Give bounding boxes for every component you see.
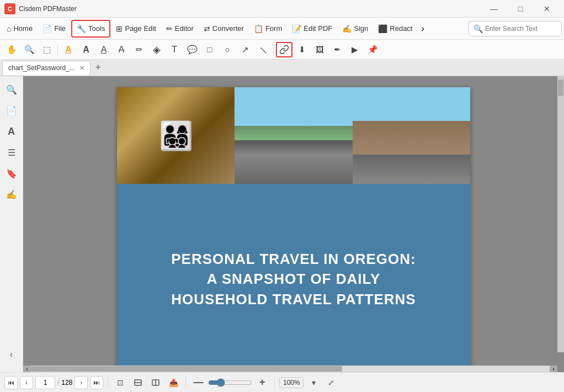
menu-bar: ⌂ Home 📄 File 🔧 Tools ⊞ Page Edit ✏ Edit… [0,18,564,40]
pdf-page: PERSONAL TRAVEL IN OREGON: A SNAPSHOT OF… [117,87,470,372]
menu-page-edit[interactable]: ⊞ Page Edit [111,20,160,38]
pin-button[interactable]: 📌 [364,42,381,57]
circle-button[interactable]: ○ [219,42,236,57]
file-icon: 📄 [42,24,52,33]
status-separator-3 [274,377,275,389]
menu-home[interactable]: ⌂ Home [2,20,37,38]
search-box[interactable]: 🔍 [469,21,562,36]
home-icon: ⌂ [7,24,11,33]
stamp-button[interactable]: ⬇ [294,42,310,57]
pdf-images-row [117,87,470,184]
fit-height-button[interactable] [148,375,163,390]
play-button[interactable]: ▶ [347,42,363,57]
text-underline-button[interactable]: A [95,42,112,57]
text-plain-button[interactable]: A [78,42,94,57]
zoom-slider[interactable] [208,378,252,387]
nav-next-button[interactable]: › [75,376,88,389]
tab-doc1[interactable]: chart_SetPassword_... ✕ [2,61,91,75]
tools-icon: 🔧 [77,24,86,33]
fit-page-button[interactable]: ⊡ [113,375,128,390]
close-button[interactable]: ✕ [534,0,560,18]
main-area: 🔍 📄 A ☰ 🔖 ✍ ‹ [0,76,564,372]
export-button[interactable]: 📤 [166,375,181,390]
zoom-in-button[interactable]: 🔍 [21,42,38,57]
zoom-out-button[interactable]: — [190,375,206,390]
link-button[interactable] [276,42,292,57]
converter-icon: ⇄ [204,24,210,33]
menu-form[interactable]: 📋 Form [249,20,286,38]
sidebar-collapse-button[interactable]: ‹ [3,346,20,363]
pdf-title: PERSONAL TRAVEL IN OREGON: A SNAPSHOT OF… [171,249,416,309]
tool-bar: ✋ 🔍 ⬚ A A A A ✏ ◈ T 💬 □ ○ ↗ | ⬇ 🖼 ✒ ▶ 📌 [0,40,564,60]
restore-button[interactable]: □ [508,0,533,18]
menu-sign[interactable]: ✍ Sign [338,20,373,38]
zoom-in-status-button[interactable]: + [254,375,270,390]
zoom-dropdown-button[interactable]: ▾ [306,375,321,390]
pdf-image-kids [117,87,235,184]
pdf-image-road [235,87,352,184]
tab-doc1-close[interactable]: ✕ [79,65,84,72]
toolbar-separator-1 [57,44,58,56]
tab-doc1-label: chart_SetPassword_... [8,64,75,72]
sidebar-pages-button[interactable]: 📄 [3,102,20,119]
rectangle-button[interactable]: □ [201,42,218,57]
minimize-button[interactable]: — [481,0,507,18]
zoom-value[interactable]: 100% [279,377,304,388]
search-input[interactable] [485,25,557,33]
status-separator-1 [108,377,108,389]
window-controls: — □ ✕ [481,0,560,18]
hscroll-right-button[interactable]: › [550,365,557,372]
image-button[interactable]: 🖼 [311,42,328,57]
menu-edit-pdf[interactable]: 📝 Edit PDF [288,20,337,38]
pencil-button[interactable]: ✏ [131,42,147,57]
select-button[interactable]: ⬚ [39,42,55,57]
tab-add-button[interactable]: + [92,61,105,75]
fit-width-button[interactable] [130,375,146,390]
arrow-button[interactable]: ↗ [237,42,253,57]
pdf-canvas[interactable]: PERSONAL TRAVEL IN OREGON: A SNAPSHOT OF… [23,76,564,372]
menu-converter[interactable]: ⇄ Converter [199,20,248,38]
text-strikethrough-button[interactable]: A [113,42,130,57]
status-bar: ⏮ ‹ 1 / 128 › ⏭ ⊡ 📤 — + 100% ▾ ⤢ ‹ › [0,372,564,392]
editor-icon: ✏ [166,24,173,33]
line-button[interactable]: | [251,38,274,61]
menu-file[interactable]: 📄 File [38,20,70,38]
highlight-text-button[interactable]: A [60,42,77,57]
horizontal-scrollbar[interactable]: ‹ › [23,365,557,372]
menu-editor[interactable]: ✏ Editor [162,20,198,38]
nav-first-button[interactable]: ⏮ [4,376,18,389]
hscroll-left-button[interactable]: ‹ [23,365,31,372]
sidebar-outline-button[interactable]: ☰ [3,144,20,161]
tab-bar: chart_SetPassword_... ✕ + [0,60,564,76]
text-box-button[interactable]: T [166,42,183,57]
form-icon: 📋 [254,24,263,33]
vertical-scrollbar[interactable] [557,76,564,352]
app-title: Cisdem PDFMaster [19,5,481,13]
signature-button[interactable]: ✒ [329,42,345,57]
menu-tools[interactable]: 🔧 Tools [71,20,110,38]
viewer-area: PERSONAL TRAVEL IN OREGON: A SNAPSHOT OF… [23,76,564,372]
page-separator: / [57,379,59,386]
page-number-input[interactable]: 1 [35,376,55,389]
pdf-title-section: PERSONAL TRAVEL IN OREGON: A SNAPSHOT OF… [117,184,470,372]
hscroll-thumb[interactable] [31,366,342,372]
app-icon: C [4,3,15,14]
sidebar-search-button[interactable]: 🔍 [3,81,20,98]
edit-pdf-icon: 📝 [292,24,301,33]
nav-prev-button[interactable]: ‹ [20,376,33,389]
sidebar-sign-button[interactable]: ✍ [3,186,20,203]
fullscreen-button[interactable]: ⤢ [323,375,339,390]
sidebar-bookmark-button[interactable]: 🔖 [3,165,20,182]
sidebar: 🔍 📄 A ☰ 🔖 ✍ ‹ [0,76,23,372]
callout-button[interactable]: 💬 [184,42,200,57]
menu-more-button[interactable]: › [418,22,427,36]
hscroll-track [31,366,550,372]
nav-last-button[interactable]: ⏭ [90,376,103,389]
eraser-button[interactable]: ◈ [148,42,165,57]
redact-icon: ⬛ [378,24,387,33]
page-edit-icon: ⊞ [116,24,123,33]
sidebar-text-button[interactable]: A [3,123,20,140]
hand-tool-button[interactable]: ✋ [3,42,20,57]
menu-redact[interactable]: ⬛ Redact [374,20,417,38]
scrollbar-thumb[interactable] [558,80,563,96]
